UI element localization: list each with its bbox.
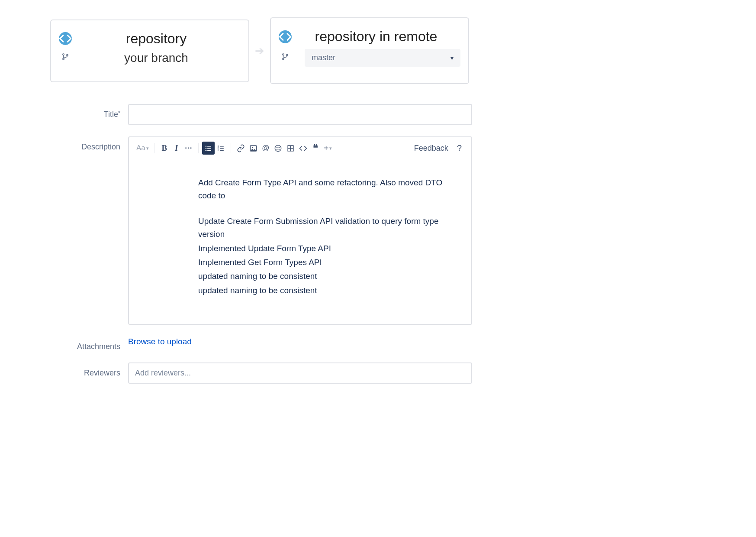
svg-rect-10 [207,148,211,149]
description-line: updated naming to be consistent [198,270,458,283]
reviewers-label: Reviewers [50,362,128,378]
toolbar-separator [154,143,155,153]
branch-selection-row: repository your branch ➔ repository in r… [50,17,730,84]
toolbar-separator [231,143,231,153]
create-pull-request-form: repository your branch ➔ repository in r… [0,0,756,412]
chevron-down-icon: ▾ [450,55,454,61]
table-button[interactable] [284,142,297,155]
help-button[interactable]: ? [453,143,466,153]
title-input[interactable] [128,104,472,125]
description-line: Implemented Get Form Types API [198,256,458,269]
bullet-list-button[interactable] [202,142,215,155]
svg-rect-9 [207,146,211,146]
svg-rect-15 [220,146,224,146]
code-button[interactable] [297,142,309,155]
code-icon [59,32,72,45]
description-line: Implemented Update Form Type API [198,242,458,255]
svg-point-21 [277,147,277,148]
svg-point-7 [205,148,206,149]
more-formatting-button[interactable]: ··· [183,142,195,155]
emoji-button[interactable] [272,142,284,155]
svg-point-20 [275,145,281,151]
title-label: Title* [50,104,128,119]
insert-more-button[interactable]: +▾ [322,142,335,155]
description-line: Add Create Form Type API and some refact… [198,176,458,203]
description-editor: Aa▾ B I ··· 123 [128,136,472,325]
svg-point-22 [279,147,279,148]
feedback-button[interactable]: Feedback [410,144,453,153]
attachments-label: Attachments [50,336,128,351]
target-branch-select[interactable]: master ▾ [305,49,460,67]
editor-toolbar: Aa▾ B I ··· 123 [129,137,471,159]
svg-rect-17 [220,150,224,151]
target-repo-name[interactable]: repository in remote [292,29,460,45]
branch-icon [279,53,292,63]
arrow-right-icon: ➔ [249,44,270,58]
description-line: Update Create Form Submission API valida… [198,215,458,241]
svg-point-8 [205,149,206,151]
target-branch-selected: master [312,53,335,62]
link-button[interactable] [235,142,247,155]
source-repo-name[interactable]: repository [72,31,241,47]
image-button[interactable] [247,142,260,155]
source-branch-name[interactable]: your branch [72,51,241,65]
svg-point-19 [252,147,253,148]
description-textarea[interactable]: Add Create Form Type API and some refact… [129,159,471,324]
code-icon [279,30,292,43]
svg-text:3: 3 [217,149,219,151]
description-label: Description [50,136,128,152]
svg-rect-16 [220,148,224,149]
target-repo-card: repository in remote master ▾ [270,17,469,84]
svg-rect-11 [207,150,211,151]
branch-icon [59,53,72,63]
quote-button[interactable]: ❝ [309,142,322,155]
chevron-down-icon: ▾ [329,146,332,151]
svg-point-6 [205,146,206,147]
toolbar-separator [198,143,199,153]
numbered-list-button[interactable]: 123 [215,142,227,155]
description-line: updated naming to be consistent [198,284,458,297]
browse-upload-link[interactable]: Browse to upload [128,336,192,346]
source-repo-card: repository your branch [50,19,249,82]
reviewers-input[interactable] [128,362,472,384]
bold-button[interactable]: B [158,142,171,155]
mention-button[interactable]: @ [260,142,272,155]
text-styles-button[interactable]: Aa▾ [134,142,151,155]
chevron-down-icon: ▾ [146,146,149,151]
italic-button[interactable]: I [171,142,183,155]
